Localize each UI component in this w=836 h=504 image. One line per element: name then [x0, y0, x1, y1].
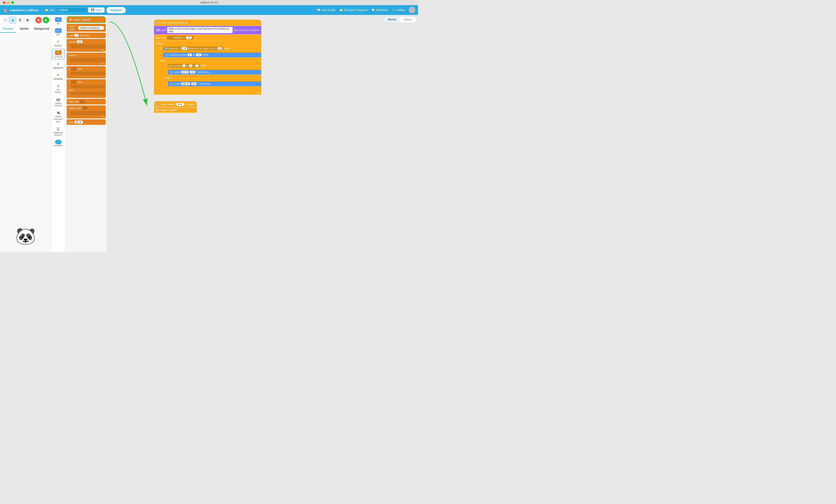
extension-label: extension: [54, 144, 63, 147]
block-turns-left[interactable]: 🤖 turns left▼ 90 ° until done: [168, 70, 261, 74]
block-moves-forward[interactable]: 🤖 moves forward ▼ at 50 RPM: [163, 53, 261, 57]
tab-devices[interactable]: Devices: [0, 25, 16, 33]
block-restart-cyberpi-2[interactable]: ↺ restart CyberPi: [154, 108, 197, 113]
canvas-tabs: Blocks Python: [384, 17, 416, 22]
user-guide-button[interactable]: 📖 User Guide: [317, 8, 336, 12]
view-btn-list[interactable]: ☰: [17, 17, 23, 23]
mbot2chassis-label: mBot2Chassis: [54, 102, 62, 107]
direction-dropdown[interactable]: ▼: [188, 53, 192, 56]
ultrasonic-condition: 📡 ultrasonic 2 1▼ distance to an object …: [163, 46, 224, 50]
insert-code-value[interactable]: cyberpi.console.print("hello wo: [78, 26, 104, 30]
block-if-then[interactable]: if then: [67, 66, 106, 78]
category-control[interactable]: ⏱ Control: [52, 49, 65, 60]
forever-label: forever: [154, 41, 261, 46]
panel-tabs: Devices Sprites Background: [0, 25, 51, 33]
repeat-value[interactable]: 10: [77, 40, 82, 43]
block-print[interactable]: BB print Make a loud sound (clap) to sta…: [154, 26, 261, 34]
else-label-2: else: [163, 76, 261, 80]
turn-left-degrees[interactable]: 90: [190, 71, 195, 74]
category-mbot2ext[interactable]: 🔌 mBot2ExtensionPort: [52, 109, 65, 124]
logo-text: makeblock | mBlock: [10, 8, 38, 12]
file-menu[interactable]: 📁 File: [45, 8, 54, 12]
category-mbot2chassis[interactable]: 🤖 mBot2Chassis: [52, 96, 65, 109]
hat-when-button-pressed[interactable]: 🤖 when button A▼ pressed: [154, 101, 197, 107]
else-body-1: if pick random 1 to 2 = 1 then: [163, 63, 261, 91]
random-equals[interactable]: 1: [195, 64, 199, 67]
iot-icon: IoT: [55, 28, 62, 33]
view-btn-outline[interactable]: ⬜: [2, 17, 8, 23]
stop-dropdown[interactable]: all▼: [74, 120, 83, 123]
block-if-else[interactable]: if then else: [67, 79, 106, 98]
tab-background[interactable]: Background: [33, 25, 51, 33]
tab-python[interactable]: Python: [400, 17, 416, 22]
block-insert-code[interactable]: insert code cyberpi.console.print("hello…: [67, 24, 106, 32]
block-wait-until-loudness[interactable]: wait until 🔊 loudness > 75: [154, 35, 261, 41]
restart-icon-2: ↺: [156, 109, 159, 111]
menu-right: 📖 User Guide 📁 Example Programs 💬 Feedba…: [317, 7, 415, 13]
tab-sprites[interactable]: Sprites: [16, 25, 32, 33]
close-button[interactable]: [3, 1, 5, 4]
file-label: File: [49, 8, 54, 12]
distance-value[interactable]: 10: [217, 47, 222, 50]
block-repeat-until[interactable]: repeat until ↪: [67, 105, 106, 118]
robot-turn-right-icon: 🤖: [170, 82, 174, 85]
turn-right-degrees[interactable]: 90: [191, 82, 197, 85]
category-iot[interactable]: IoT IoT: [52, 27, 65, 37]
maximize-button[interactable]: [11, 1, 14, 4]
hat-when-cyberpi-starts[interactable]: 🤖 when CyberPi starts up: [154, 20, 261, 26]
feedback-button[interactable]: 💬 Feedback: [371, 8, 388, 12]
turn-left-dropdown[interactable]: left▼: [181, 71, 189, 74]
random-to[interactable]: 2: [189, 64, 192, 67]
block-repeat[interactable]: repeat 10 ↪: [67, 39, 106, 52]
setting-button[interactable]: ⚙️ Setting: [392, 8, 405, 12]
else-random-body: 🤖 turns right▼ 90 ° until done: [168, 80, 261, 87]
run-button[interactable]: ▶: [43, 17, 49, 23]
panda-character: 🐼: [15, 226, 36, 246]
ultrasonic-sensor-icon: 📡: [164, 47, 168, 50]
tab-blocks[interactable]: Blocks: [384, 17, 400, 22]
random-from[interactable]: 1: [182, 64, 186, 67]
minimize-button[interactable]: [7, 1, 10, 4]
block-wait-until[interactable]: wait until: [67, 99, 106, 104]
view-btn-grid[interactable]: ▦: [10, 17, 16, 23]
example-programs-button[interactable]: 📁 Example Programs: [339, 8, 368, 12]
random-condition: pick random 1 to 2 = 1: [168, 64, 201, 67]
sensor-dropdown[interactable]: 1▼: [181, 47, 187, 50]
rpm-value[interactable]: 50: [196, 53, 202, 56]
events-icon: ●: [55, 39, 62, 44]
category-operators[interactable]: ● Operators: [52, 60, 65, 71]
loudness-value[interactable]: 75: [186, 36, 192, 39]
category-myblocks[interactable]: ● MyBlocks: [52, 82, 65, 95]
if-random-body: 🤖 turns left▼ 90 ° until done: [168, 69, 261, 76]
publish-button[interactable]: Publish: [107, 7, 126, 13]
block-stop[interactable]: stop all▼: [67, 119, 106, 125]
operators-icon: ●: [55, 61, 62, 66]
stop-button[interactable]: ■: [35, 17, 42, 23]
print-value[interactable]: Make a loud sound (clap) to start and pr…: [167, 27, 232, 33]
block-if-random[interactable]: if pick random 1 to 2 = 1 then: [163, 63, 261, 69]
view-btn-large[interactable]: ⊞: [24, 17, 31, 23]
wait-value[interactable]: 1: [74, 34, 79, 37]
block-restart-cyberpi[interactable]: ↺ restart CyberPi: [67, 16, 106, 23]
category-extension[interactable]: + extension: [52, 138, 65, 148]
events-label: Events: [55, 44, 62, 47]
turn-right-dropdown[interactable]: right▼: [181, 82, 190, 85]
operators-label: Operators: [53, 67, 63, 69]
block-forever[interactable]: forever ↪: [67, 53, 106, 65]
block-if-ultrasonic[interactable]: if 📡 ultrasonic 2 1▼ distance to an obje…: [159, 46, 261, 51]
category-events[interactable]: ● Events: [52, 38, 65, 48]
block-turns-right[interactable]: 🤖 turns right▼ 90 ° until done: [168, 81, 261, 86]
variables-icon: ●: [55, 73, 62, 77]
wait-until-slot: [79, 100, 85, 103]
category-ai[interactable]: AI AI: [52, 16, 65, 26]
else-label-1: else: [159, 58, 261, 63]
category-variables[interactable]: ● Variables: [52, 71, 65, 82]
save-button[interactable]: 💾 Save: [88, 7, 104, 13]
button-dropdown[interactable]: A▼: [176, 103, 184, 106]
ai-label: AI: [57, 22, 59, 25]
block-wait-seconds[interactable]: wait 1 seconds: [67, 33, 106, 38]
category-ultrasonic[interactable]: 📡 UltrasonicSensor 2: [52, 125, 65, 138]
traffic-lights[interactable]: [3, 1, 14, 4]
avatar[interactable]: [408, 7, 415, 13]
filename-input[interactable]: [56, 7, 86, 13]
